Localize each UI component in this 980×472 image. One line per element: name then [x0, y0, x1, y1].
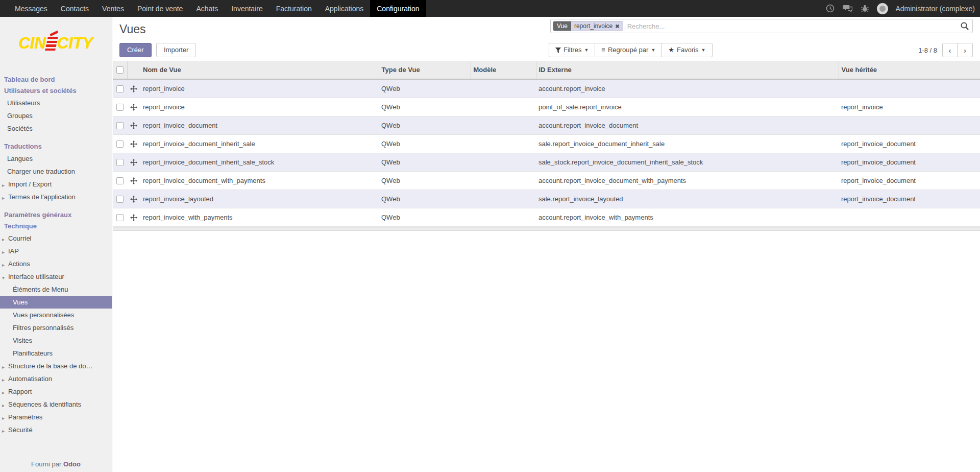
chevron-right-icon[interactable]: ▸ — [2, 235, 7, 243]
sidebar-subitem-l-ments-de-menu[interactable]: Éléments de Menu — [0, 283, 112, 296]
row-checkbox[interactable] — [116, 159, 124, 166]
row-checkbox[interactable] — [116, 140, 124, 148]
chevron-down-icon[interactable]: ▾ — [2, 274, 7, 281]
sidebar-item-param-tres[interactable]: ▸Paramètres — [0, 411, 112, 423]
column-header-xmlid[interactable]: ID Externe — [536, 61, 839, 79]
app-menu-achats[interactable]: Achats — [189, 0, 225, 17]
sidebar-subitem-vues[interactable]: Vues — [0, 296, 112, 309]
row-checkbox[interactable] — [116, 196, 124, 203]
create-button[interactable]: Créer — [119, 43, 152, 57]
drag-handle-icon[interactable] — [130, 159, 137, 166]
sidebar-item-structure-de-la-base-de-do[interactable]: ▸Structure de la base de do… — [0, 360, 112, 372]
chevron-right-icon[interactable]: ▸ — [2, 363, 7, 371]
app-menu-applications[interactable]: Applications — [318, 0, 371, 17]
app-menu-contacts[interactable]: Contacts — [54, 0, 95, 17]
company-logo: CINCITY — [0, 17, 112, 70]
column-header-model[interactable]: Modèle — [471, 61, 536, 79]
sidebar-item-langues[interactable]: Langues — [0, 152, 112, 165]
groupby-button[interactable]: ≡ Regroupé par ▼ — [595, 43, 662, 57]
row-select-cell — [113, 98, 127, 116]
favorites-button[interactable]: ★ Favoris ▼ — [662, 43, 712, 57]
chevron-right-icon[interactable]: ▸ — [2, 389, 7, 396]
drag-handle-icon[interactable] — [130, 196, 137, 203]
bug-icon[interactable] — [860, 4, 870, 14]
sidebar-subitem-vues-personnalis-es[interactable]: Vues personnalisées — [0, 309, 112, 321]
user-menu[interactable]: Administrator (complexe) — [895, 5, 975, 13]
drag-handle-icon[interactable] — [130, 214, 137, 221]
sidebar-subitem-visites[interactable]: Visites — [0, 334, 112, 347]
drag-handle-icon[interactable] — [130, 104, 137, 111]
app-menu-ventes[interactable]: Ventes — [95, 0, 131, 17]
import-button[interactable]: Importer — [156, 43, 196, 57]
table-row[interactable]: report_invoice_document_with_payments QW… — [113, 171, 980, 190]
select-all-checkbox[interactable] — [116, 66, 124, 74]
chat-icon[interactable] — [842, 4, 852, 14]
search-input[interactable] — [623, 22, 960, 30]
row-checkbox[interactable] — [116, 85, 124, 92]
clock-icon[interactable] — [825, 4, 835, 14]
search-icon[interactable] — [960, 21, 969, 31]
table-row[interactable]: report_invoice_with_payments QWeb accoun… — [113, 208, 980, 226]
chevron-right-icon[interactable]: ▸ — [2, 248, 7, 256]
cell-view-type: QWeb — [379, 208, 471, 226]
sidebar-header-tableau-de-bord[interactable]: Tableau de bord — [0, 74, 112, 85]
sidebar-item-soci-t-s[interactable]: Sociétés — [0, 122, 112, 135]
table-footer-strip — [113, 227, 980, 231]
filters-button[interactable]: Filtres ▼ — [549, 43, 595, 57]
table-row[interactable]: report_invoice_document_inherit_sale_sto… — [113, 153, 980, 171]
sidebar-item-utilisateurs[interactable]: Utilisateurs — [0, 97, 112, 109]
row-checkbox[interactable] — [116, 104, 124, 111]
sidebar-subitem-planificateurs[interactable]: Planificateurs — [0, 347, 112, 360]
table-row[interactable]: report_invoice_layouted QWeb sale.report… — [113, 190, 980, 208]
row-checkbox[interactable] — [116, 122, 124, 129]
sidebar-item-termes-de-l-application[interactable]: ▸Termes de l'application — [0, 191, 112, 203]
chevron-right-icon[interactable]: ▸ — [2, 194, 7, 202]
table-row[interactable]: report_invoice_document_inherit_sale QWe… — [113, 134, 980, 153]
pager-next-icon[interactable]: › — [958, 43, 973, 57]
sidebar-subitem-filtres-personnalis-s[interactable]: Filtres personnalisés — [0, 321, 112, 334]
sidebar-item-actions[interactable]: ▸Actions — [0, 257, 112, 270]
app-menu-inventaire[interactable]: Inventaire — [225, 0, 269, 17]
chevron-right-icon[interactable]: ▸ — [2, 414, 7, 422]
chevron-right-icon[interactable]: ▸ — [2, 181, 7, 189]
table-row[interactable]: report_invoice_document QWeb account.rep… — [113, 116, 980, 134]
sidebar-item-groupes[interactable]: Groupes — [0, 109, 112, 122]
row-checkbox[interactable] — [116, 177, 124, 184]
sidebar-item-s-curit[interactable]: ▸Sécurité — [0, 423, 112, 436]
sidebar-item-interface-utilisateur[interactable]: ▾Interface utilisateur — [0, 270, 112, 283]
chevron-right-icon[interactable]: ▸ — [2, 261, 7, 269]
sidebar-item-automatisation[interactable]: ▸Automatisation — [0, 372, 112, 385]
app-menu-configuration[interactable]: Configuration — [370, 0, 426, 17]
chevron-right-icon[interactable]: ▸ — [2, 427, 7, 435]
sidebar-header-utilisateurs-et-soci-t-s[interactable]: Utilisateurs et sociétés — [0, 85, 112, 97]
column-header-inherited[interactable]: Vue héritée — [839, 61, 980, 79]
sidebar-item-charger-une-traduction[interactable]: Charger une traduction — [0, 165, 112, 178]
sidebar-item-courriel[interactable]: ▸Courriel — [0, 232, 112, 245]
sidebar-item-rapport[interactable]: ▸Rapport — [0, 385, 112, 398]
app-menu-point-de-vente[interactable]: Point de vente — [131, 0, 190, 17]
sidebar-item-iap[interactable]: ▸IAP — [0, 245, 112, 257]
user-avatar[interactable] — [877, 3, 888, 14]
chevron-right-icon[interactable]: ▸ — [2, 402, 7, 409]
drag-handle-icon[interactable] — [130, 122, 137, 129]
column-header-type[interactable]: Type de Vue — [379, 61, 471, 79]
pager-previous-icon[interactable]: ‹ — [942, 43, 958, 57]
facet-remove-icon[interactable]: ✖ — [615, 23, 619, 29]
odoo-brand-link[interactable]: Odoo — [63, 460, 81, 468]
drag-handle-icon[interactable] — [130, 85, 137, 92]
column-header-name[interactable]: Nom de Vue — [140, 61, 379, 79]
app-menu-facturation[interactable]: Facturation — [270, 0, 318, 17]
sidebar-header-technique[interactable]: Technique — [0, 221, 112, 232]
row-checkbox[interactable] — [116, 214, 124, 221]
sidebar-item-s-quences-identifiants[interactable]: ▸Séquences & identifiants — [0, 398, 112, 411]
app-menu-messages[interactable]: Messages — [8, 0, 54, 17]
sidebar-item-import-export[interactable]: ▸Import / Export — [0, 178, 112, 191]
drag-handle-icon[interactable] — [130, 140, 137, 148]
sidebar-header-param-tres-g-n-raux[interactable]: Paramètres généraux — [0, 209, 112, 221]
sidebar-header-traductions[interactable]: Traductions — [0, 141, 112, 152]
drag-handle-icon[interactable] — [130, 177, 137, 184]
chevron-right-icon[interactable]: ▸ — [2, 376, 7, 384]
table-row[interactable]: report_invoice QWeb point_of_sale.report… — [113, 98, 980, 116]
search-facet[interactable]: Vue report_invoice ✖ — [553, 21, 623, 31]
table-row[interactable]: report_invoice QWeb account.report_invoi… — [113, 79, 980, 98]
